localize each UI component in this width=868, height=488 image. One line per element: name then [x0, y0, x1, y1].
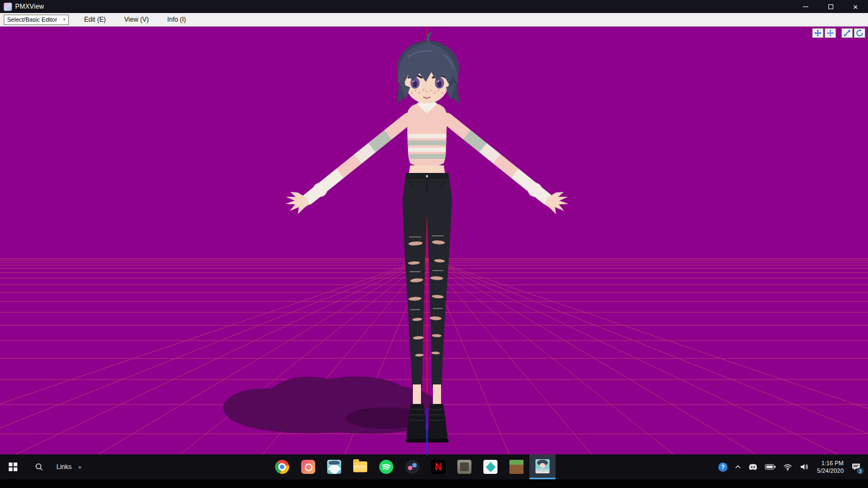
netflix-icon: N: [431, 460, 445, 474]
links-label: Links: [56, 463, 72, 471]
taskbar-app-game[interactable]: [451, 454, 477, 479]
pmxview-app-icon: [4, 3, 12, 11]
mode-select-label: Select/Basic Editor: [7, 16, 57, 23]
taskbar-app-chrome[interactable]: [269, 454, 295, 479]
taskbar-clock[interactable]: 1:16 PM 5/24/2020: [814, 459, 847, 474]
system-tray: ?: [716, 454, 868, 479]
maximize-button[interactable]: [818, 0, 843, 13]
maximize-icon: [828, 4, 833, 9]
mmd-icon: [327, 460, 341, 474]
action-center-button[interactable]: 3: [848, 456, 864, 478]
links-toolbar[interactable]: Links »: [52, 463, 86, 471]
close-button[interactable]: ×: [843, 0, 868, 13]
scene-svg: [0, 27, 868, 454]
file-explorer-icon: [353, 461, 367, 472]
discord-tray-button[interactable]: [745, 456, 761, 478]
camera-rotate-button[interactable]: [854, 28, 865, 38]
clock-date: 5/24/2020: [817, 467, 844, 474]
wifi-icon: [783, 463, 793, 471]
minimize-icon: [803, 7, 808, 7]
taskbar-app-spotify[interactable]: [373, 454, 399, 479]
title-bar: PMXView ×: [0, 0, 868, 13]
netflix-n: N: [435, 461, 442, 473]
menu-bar: Select/Basic Editor ▼ Edit (E) View (V) …: [0, 13, 868, 27]
start-button[interactable]: [0, 454, 26, 479]
search-button[interactable]: [26, 454, 52, 479]
game-icon: [457, 460, 471, 474]
viewport-canvas[interactable]: [0, 27, 868, 454]
windows-logo-icon: [9, 463, 17, 471]
move-arrows-icon: [814, 29, 822, 37]
taskbar-app-photos[interactable]: [295, 454, 321, 479]
battery-icon: [765, 464, 776, 470]
diamond-app-icon: [483, 460, 497, 474]
taskbar: Links » N ?: [0, 454, 868, 479]
taskbar-app-pmx-editor-active[interactable]: [529, 454, 556, 479]
chrome-icon: [275, 460, 289, 474]
window-title: PMXView: [15, 3, 44, 10]
help-button[interactable]: ?: [716, 456, 730, 478]
spotify-icon: [379, 460, 393, 474]
rotate-arrow-icon: [856, 29, 864, 37]
taskbar-app-minecraft[interactable]: [503, 454, 529, 479]
battery-button[interactable]: [762, 456, 778, 478]
chevron-down-icon: ▼: [60, 18, 68, 21]
taskbar-app-mmd[interactable]: [321, 454, 347, 479]
taskbar-app-paint[interactable]: [399, 454, 425, 479]
chevron-right-icon: »: [78, 464, 81, 470]
camera-move-button[interactable]: [812, 28, 824, 38]
tray-expand-button[interactable]: [732, 456, 744, 478]
chevron-up-icon: [735, 465, 741, 469]
window-controls: ×: [793, 0, 868, 13]
minimize-button[interactable]: [793, 0, 818, 13]
help-icon: ?: [718, 463, 727, 472]
model-shadow: [223, 376, 437, 434]
search-icon: [35, 463, 43, 471]
taskbar-app-diamond[interactable]: [477, 454, 503, 479]
pan-arrows-icon: [826, 29, 834, 37]
paint-app-icon: [405, 460, 419, 474]
camera-pan-button[interactable]: [825, 28, 836, 38]
minecraft-icon: [509, 460, 524, 474]
taskbar-apps: N: [269, 454, 556, 479]
photos-icon: [301, 460, 315, 474]
taskbar-second-row: [0, 479, 868, 488]
taskbar-app-file-explorer[interactable]: [347, 454, 373, 479]
close-icon: ×: [853, 3, 858, 11]
taskbar-app-netflix[interactable]: N: [425, 454, 451, 479]
pmx-editor-icon: [535, 459, 550, 473]
clock-time: 1:16 PM: [817, 459, 844, 467]
mode-select-dropdown[interactable]: Select/Basic Editor ▼: [4, 15, 69, 25]
network-button[interactable]: [780, 456, 795, 478]
notification-badge: 3: [857, 467, 864, 474]
viewport-toolbar: [812, 28, 865, 38]
volume-button[interactable]: [797, 456, 812, 478]
discord-icon: [748, 463, 758, 471]
camera-zoom-button[interactable]: [841, 28, 853, 38]
menu-item-view[interactable]: View (V): [121, 15, 152, 24]
zoom-arrow-icon: [843, 29, 851, 37]
menu-item-info[interactable]: Info (I): [164, 15, 189, 24]
menu-item-edit[interactable]: Edit (E): [81, 15, 109, 24]
volume-icon: [800, 463, 809, 471]
